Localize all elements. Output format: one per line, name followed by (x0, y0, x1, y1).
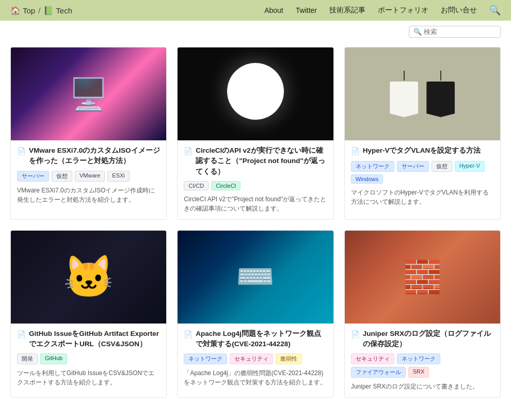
card-1-body: 📄 VMware ESXi7.0のカスタムISOイメージを作った（エラーと対処方… (11, 140, 166, 211)
card-3-body: 📄 Hyper-VでタグVLANを設定する方法 ネットワーク サーバー 仮想 H… (345, 140, 500, 213)
card-4-image (11, 231, 166, 324)
card-3-image (345, 47, 500, 140)
breadcrumb-top-label: Top (23, 6, 35, 15)
card-3-title: 📄 Hyper-VでタグVLANを設定する方法 (351, 146, 494, 157)
breadcrumb-separator: / (38, 6, 40, 15)
tag-windows[interactable]: Windows (351, 174, 384, 184)
nav-about[interactable]: About (264, 6, 283, 14)
tag-virtual-3[interactable]: 仮想 (432, 161, 452, 172)
card-6-title: 📄 Juniper SRXのログ設定（ログファイルの保存設定） (351, 329, 494, 350)
circle-graphic (227, 63, 284, 120)
tag-cicd[interactable]: CI/CD (184, 181, 209, 190)
header: 🏠 Top / 📗 Tech About Twitter 技術系記事 ポートフォ… (0, 0, 511, 21)
nav-tech-articles[interactable]: 技術系記事 (329, 6, 365, 15)
tag-firewall[interactable]: ファイアウォール (351, 367, 406, 378)
doc-icon-4: 📄 (17, 330, 26, 340)
card-2-title: 📄 CircleCIのAPI v2が実行できない時に確認すること（"Projec… (184, 146, 327, 177)
tag-server-3[interactable]: サーバー (397, 161, 429, 172)
card-3-tags: ネットワーク サーバー 仮想 Hyper-V Windows (351, 161, 494, 184)
card-2: 📄 CircleCIのAPI v2が実行できない時に確認すること（"Projec… (177, 47, 333, 220)
search-input[interactable] (424, 28, 496, 36)
nav-portfolio[interactable]: ポートフォリオ (378, 6, 428, 15)
card-1-tags: サーバー 仮想 VMware ESXi (17, 171, 160, 182)
card-4-desc: ツールを利用してGitHub IssueをCSV&JSONでエクスポートする方法… (17, 368, 160, 387)
card-3: 📄 Hyper-VでタグVLANを設定する方法 ネットワーク サーバー 仮想 H… (344, 47, 501, 220)
card-6-image (345, 231, 500, 324)
card-6-desc: Juniper SRXのログ設定について書きました。 (351, 382, 494, 391)
doc-icon-3: 📄 (351, 147, 360, 157)
breadcrumb-current-label: Tech (56, 6, 72, 15)
tag-vuln[interactable]: 脆弱性 (276, 353, 302, 364)
card-4-body: 📄 GitHub IssueをGitHub Artifact Exporterで… (11, 324, 166, 394)
card-5-image (178, 231, 333, 324)
card-2-desc: CircleCI API v2で"Project not found"が返ってき… (184, 195, 327, 213)
breadcrumb-current[interactable]: 📗 Tech (43, 6, 72, 15)
card-1-image (11, 47, 166, 140)
card-3-desc: マイクロソフトのHyper-VでタグVLANを利用する方法について解説します。 (351, 188, 494, 206)
doc-icon-5: 📄 (184, 330, 193, 340)
search-bar: 🔍 (0, 21, 511, 42)
tag-esxi[interactable]: ESXi (107, 171, 129, 182)
tag-github[interactable]: GitHub (40, 353, 67, 364)
breadcrumb: 🏠 Top / 📗 Tech (10, 6, 72, 15)
card-5: 📄 Apache Log4j問題をネットワーク観点で対策する(CVE-2021-… (177, 230, 333, 398)
top-icon: 🏠 (10, 6, 21, 15)
card-1-desc: VMware ESXi7.0のカスタムISOイメージ作成時に発生したエラーと対処… (17, 186, 160, 204)
hang-tag-white (390, 71, 418, 117)
tag-circleci[interactable]: CircleCI (211, 181, 241, 190)
main-nav: About Twitter 技術系記事 ポートフォリオ お問い合せ 🔍 (264, 5, 501, 16)
hang-tag-black (426, 71, 455, 117)
card-5-body: 📄 Apache Log4j問題をネットワーク観点で対策する(CVE-2021-… (178, 324, 333, 394)
tech-icon: 📗 (43, 6, 54, 15)
nav-contact[interactable]: お問い合せ (441, 6, 477, 15)
card-1-title: 📄 VMware ESXi7.0のカスタムISOイメージを作った（エラーと対処方… (17, 146, 160, 167)
tag-security-5[interactable]: セキュリティ (230, 353, 273, 364)
card-6: 📄 Juniper SRXのログ設定（ログファイルの保存設定） セキュリティ ネ… (344, 230, 501, 398)
article-grid: 📄 VMware ESXi7.0のカスタムISOイメージを作った（エラーと対処方… (0, 42, 511, 413)
card-4-title: 📄 GitHub IssueをGitHub Artifact Exporterで… (17, 329, 160, 350)
card-2-image (178, 47, 333, 140)
doc-icon-6: 📄 (351, 330, 360, 340)
tag-server-1[interactable]: サーバー (17, 171, 49, 182)
tag-security-6[interactable]: セキュリティ (351, 353, 394, 364)
card-5-title: 📄 Apache Log4j問題をネットワーク観点で対策する(CVE-2021-… (184, 329, 327, 350)
breadcrumb-top[interactable]: 🏠 Top (10, 6, 35, 15)
card-1: 📄 VMware ESXi7.0のカスタムISOイメージを作った（エラーと対処方… (10, 47, 167, 220)
card-6-tags: セキュリティ ネットワーク ファイアウォール SRX (351, 353, 494, 378)
tag-network-5[interactable]: ネットワーク (184, 353, 227, 364)
tag-hyperv[interactable]: Hyper-V (455, 161, 485, 172)
card-4-tags: 開発 GitHub (17, 353, 160, 364)
doc-icon-2: 📄 (184, 147, 193, 157)
card-5-tags: ネットワーク セキュリティ 脆弱性 (184, 353, 327, 364)
doc-icon-1: 📄 (17, 147, 26, 157)
search-bar-icon: 🔍 (413, 28, 422, 36)
tag-vmware[interactable]: VMware (75, 171, 105, 182)
card-5-desc: 「Apache Log4j」の脆弱性問題(CVE-2021-44228)をネット… (184, 368, 327, 387)
tag-network-3[interactable]: ネットワーク (351, 161, 394, 172)
nav-twitter[interactable]: Twitter (296, 6, 317, 14)
tag-network-6[interactable]: ネットワーク (397, 353, 440, 364)
card-4: 📄 GitHub IssueをGitHub Artifact Exporterで… (10, 230, 167, 398)
tag-dev[interactable]: 開発 (17, 353, 38, 364)
card-6-body: 📄 Juniper SRXのログ設定（ログファイルの保存設定） セキュリティ ネ… (345, 324, 500, 398)
search-input-container: 🔍 (409, 26, 501, 38)
tag-srx[interactable]: SRX (408, 367, 429, 378)
card-2-tags: CI/CD CircleCI (184, 181, 327, 190)
tag-virtual-1[interactable]: 仮想 (52, 171, 72, 182)
card-2-body: 📄 CircleCIのAPI v2が実行できない時に確認すること（"Projec… (178, 140, 333, 219)
header-search-button[interactable]: 🔍 (489, 5, 501, 16)
